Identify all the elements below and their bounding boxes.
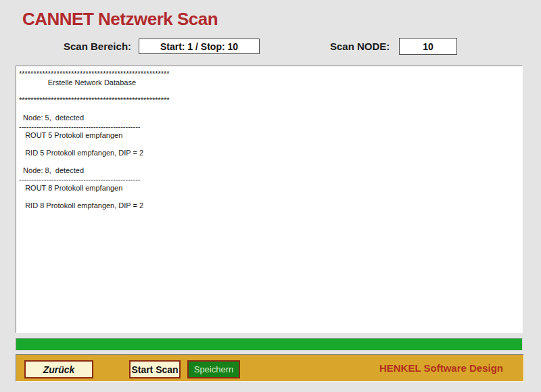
scan-log-output[interactable]: ****************************************… bbox=[16, 66, 523, 333]
scan-log-text: ****************************************… bbox=[16, 66, 522, 210]
scan-range-label: Scan Bereich: bbox=[64, 41, 131, 52]
scan-progress-bar bbox=[16, 338, 523, 351]
scan-node-label: Scan NODE: bbox=[330, 41, 390, 52]
footer-toolbar: Zurück Start Scan Speichern HENKEL Softw… bbox=[16, 354, 524, 382]
back-button[interactable]: Zurück bbox=[24, 360, 93, 378]
start-scan-button[interactable]: Start Scan bbox=[129, 360, 181, 378]
page-title: CANNET Netzwerk Scan bbox=[22, 9, 218, 30]
scan-node-input[interactable]: 10 bbox=[399, 38, 457, 55]
brand-text: HENKEL Software Design bbox=[379, 355, 503, 381]
save-button[interactable]: Speichern bbox=[187, 360, 240, 378]
cannet-scan-window: { "title": "CANNET Netzwerk Scan", "scan… bbox=[0, 0, 541, 392]
scan-range-field[interactable]: Start: 1 / Stop: 10 bbox=[139, 39, 260, 54]
